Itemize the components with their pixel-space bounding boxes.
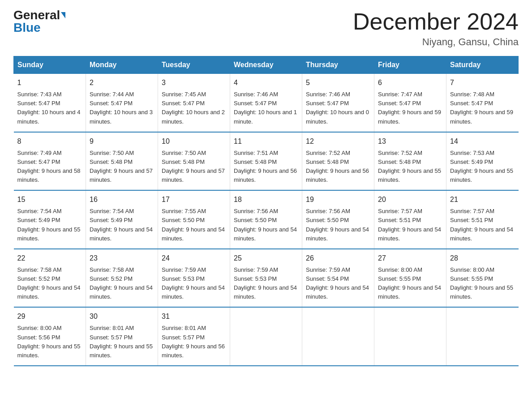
day-number: 9 [90,136,154,147]
calendar-cell: 12 Sunrise: 7:52 AMSunset: 5:48 PMDaylig… [302,132,374,191]
day-info: Sunrise: 7:56 AMSunset: 5:50 PMDaylight:… [306,208,369,241]
calendar-cell: 11 Sunrise: 7:51 AMSunset: 5:48 PMDaylig… [230,132,302,191]
day-of-week-header: Saturday [446,56,519,74]
page-header: General Blue December 2024 Niyang, Gansu… [13,9,519,48]
day-number: 19 [306,194,370,205]
day-info: Sunrise: 7:46 AMSunset: 5:47 PMDaylight:… [306,91,369,124]
day-number: 24 [162,253,226,264]
day-number: 16 [90,194,154,205]
day-number: 2 [90,77,154,88]
calendar-cell: 20 Sunrise: 7:57 AMSunset: 5:51 PMDaylig… [374,190,446,249]
month-title: December 2024 [353,9,519,34]
day-number: 6 [378,77,442,88]
calendar-cell [374,307,446,366]
day-info: Sunrise: 7:51 AMSunset: 5:48 PMDaylight:… [234,150,297,183]
day-info: Sunrise: 7:58 AMSunset: 5:52 PMDaylight:… [17,266,81,300]
day-info: Sunrise: 7:49 AMSunset: 5:47 PMDaylight:… [17,150,81,183]
calendar-cell: 16 Sunrise: 7:54 AMSunset: 5:49 PMDaylig… [86,190,158,249]
calendar-table: SundayMondayTuesdayWednesdayThursdayFrid… [13,56,519,366]
day-number: 17 [162,194,226,205]
calendar-cell [230,307,302,366]
day-info: Sunrise: 7:56 AMSunset: 5:50 PMDaylight:… [234,208,297,241]
calendar-cell: 28 Sunrise: 8:00 AMSunset: 5:55 PMDaylig… [446,249,519,308]
day-info: Sunrise: 7:52 AMSunset: 5:48 PMDaylight:… [378,150,441,183]
day-info: Sunrise: 7:57 AMSunset: 5:51 PMDaylight:… [378,208,441,241]
day-info: Sunrise: 8:00 AMSunset: 5:56 PMDaylight:… [17,325,81,358]
day-info: Sunrise: 7:54 AMSunset: 5:49 PMDaylight:… [90,208,153,241]
calendar-cell [302,307,374,366]
calendar-cell: 15 Sunrise: 7:54 AMSunset: 5:49 PMDaylig… [14,190,86,249]
day-number: 11 [234,136,298,147]
calendar-week-row: 29 Sunrise: 8:00 AMSunset: 5:56 PMDaylig… [14,307,519,366]
calendar-cell: 10 Sunrise: 7:50 AMSunset: 5:48 PMDaylig… [158,132,230,191]
calendar-cell: 1 Sunrise: 7:43 AMSunset: 5:47 PMDayligh… [14,74,86,132]
calendar-cell: 9 Sunrise: 7:50 AMSunset: 5:48 PMDayligh… [86,132,158,191]
day-info: Sunrise: 7:48 AMSunset: 5:47 PMDaylight:… [450,91,513,124]
day-number: 22 [17,253,82,264]
day-number: 23 [90,253,154,264]
day-number: 26 [306,253,370,264]
day-info: Sunrise: 7:44 AMSunset: 5:47 PMDaylight:… [90,91,153,124]
day-info: Sunrise: 8:00 AMSunset: 5:55 PMDaylight:… [378,266,441,300]
day-info: Sunrise: 7:43 AMSunset: 5:47 PMDaylight:… [17,91,81,124]
calendar-cell: 24 Sunrise: 7:59 AMSunset: 5:53 PMDaylig… [158,249,230,308]
day-number: 28 [450,253,515,264]
calendar-cell: 6 Sunrise: 7:47 AMSunset: 5:47 PMDayligh… [374,74,446,132]
calendar-week-row: 15 Sunrise: 7:54 AMSunset: 5:49 PMDaylig… [14,190,519,249]
calendar-cell: 29 Sunrise: 8:00 AMSunset: 5:56 PMDaylig… [14,307,86,366]
calendar-cell: 19 Sunrise: 7:56 AMSunset: 5:50 PMDaylig… [302,190,374,249]
day-info: Sunrise: 7:58 AMSunset: 5:52 PMDaylight:… [90,266,153,300]
logo-blue-text: Blue [13,21,41,34]
day-number: 29 [17,311,82,322]
day-number: 1 [17,77,82,88]
day-number: 18 [234,194,298,205]
calendar-cell: 14 Sunrise: 7:53 AMSunset: 5:49 PMDaylig… [446,132,519,191]
calendar-cell: 5 Sunrise: 7:46 AMSunset: 5:47 PMDayligh… [302,74,374,132]
calendar-cell: 31 Sunrise: 8:01 AMSunset: 5:57 PMDaylig… [158,307,230,366]
day-number: 20 [378,194,442,205]
day-number: 25 [234,253,298,264]
day-number: 30 [90,311,154,322]
day-of-week-header: Friday [374,56,446,74]
day-of-week-header: Monday [86,56,158,74]
calendar-cell: 13 Sunrise: 7:52 AMSunset: 5:48 PMDaylig… [374,132,446,191]
day-info: Sunrise: 7:59 AMSunset: 5:53 PMDaylight:… [162,266,225,300]
calendar-cell: 8 Sunrise: 7:49 AMSunset: 5:47 PMDayligh… [14,132,86,191]
calendar-cell: 30 Sunrise: 8:01 AMSunset: 5:57 PMDaylig… [86,307,158,366]
day-info: Sunrise: 7:50 AMSunset: 5:48 PMDaylight:… [162,150,225,183]
day-info: Sunrise: 7:46 AMSunset: 5:47 PMDaylight:… [234,91,297,124]
calendar-cell: 23 Sunrise: 7:58 AMSunset: 5:52 PMDaylig… [86,249,158,308]
calendar-cell: 3 Sunrise: 7:45 AMSunset: 5:47 PMDayligh… [158,74,230,132]
calendar-cell: 4 Sunrise: 7:46 AMSunset: 5:47 PMDayligh… [230,74,302,132]
day-number: 21 [450,194,515,205]
day-number: 15 [17,194,82,205]
calendar-cell: 2 Sunrise: 7:44 AMSunset: 5:47 PMDayligh… [86,74,158,132]
title-block: December 2024 Niyang, Gansu, China [353,9,519,48]
day-number: 27 [378,253,442,264]
calendar-cell: 21 Sunrise: 7:57 AMSunset: 5:51 PMDaylig… [446,190,519,249]
day-info: Sunrise: 7:55 AMSunset: 5:50 PMDaylight:… [162,208,225,241]
calendar-cell: 25 Sunrise: 7:59 AMSunset: 5:53 PMDaylig… [230,249,302,308]
day-info: Sunrise: 7:54 AMSunset: 5:49 PMDaylight:… [17,208,81,241]
calendar-week-row: 22 Sunrise: 7:58 AMSunset: 5:52 PMDaylig… [14,249,519,308]
day-of-week-header: Tuesday [158,56,230,74]
calendar-cell: 18 Sunrise: 7:56 AMSunset: 5:50 PMDaylig… [230,190,302,249]
calendar-cell: 26 Sunrise: 7:59 AMSunset: 5:54 PMDaylig… [302,249,374,308]
calendar-cell: 7 Sunrise: 7:48 AMSunset: 5:47 PMDayligh… [446,74,519,132]
calendar-cell: 17 Sunrise: 7:55 AMSunset: 5:50 PMDaylig… [158,190,230,249]
day-info: Sunrise: 8:01 AMSunset: 5:57 PMDaylight:… [162,325,225,358]
day-number: 14 [450,136,515,147]
calendar-cell: 27 Sunrise: 8:00 AMSunset: 5:55 PMDaylig… [374,249,446,308]
day-info: Sunrise: 7:50 AMSunset: 5:48 PMDaylight:… [90,150,153,183]
day-info: Sunrise: 7:45 AMSunset: 5:47 PMDaylight:… [162,91,225,124]
logo-general-text: General [13,9,60,21]
day-number: 5 [306,77,370,88]
day-of-week-header: Thursday [302,56,374,74]
location-title: Niyang, Gansu, China [353,36,519,48]
day-info: Sunrise: 8:00 AMSunset: 5:55 PMDaylight:… [450,266,513,300]
day-info: Sunrise: 8:01 AMSunset: 5:57 PMDaylight:… [90,325,153,358]
day-number: 13 [378,136,442,147]
calendar-week-row: 1 Sunrise: 7:43 AMSunset: 5:47 PMDayligh… [14,74,519,132]
day-info: Sunrise: 7:57 AMSunset: 5:51 PMDaylight:… [450,208,513,241]
day-info: Sunrise: 7:47 AMSunset: 5:47 PMDaylight:… [378,91,441,124]
